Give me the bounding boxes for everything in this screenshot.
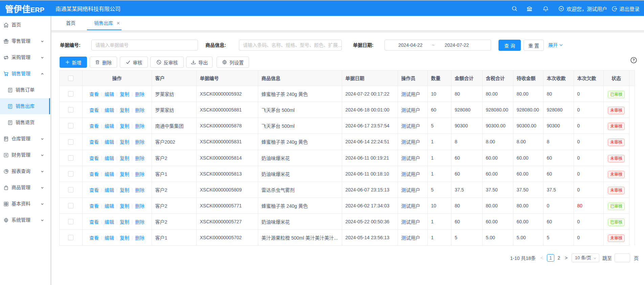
svg-text:?: ?	[632, 58, 635, 62]
